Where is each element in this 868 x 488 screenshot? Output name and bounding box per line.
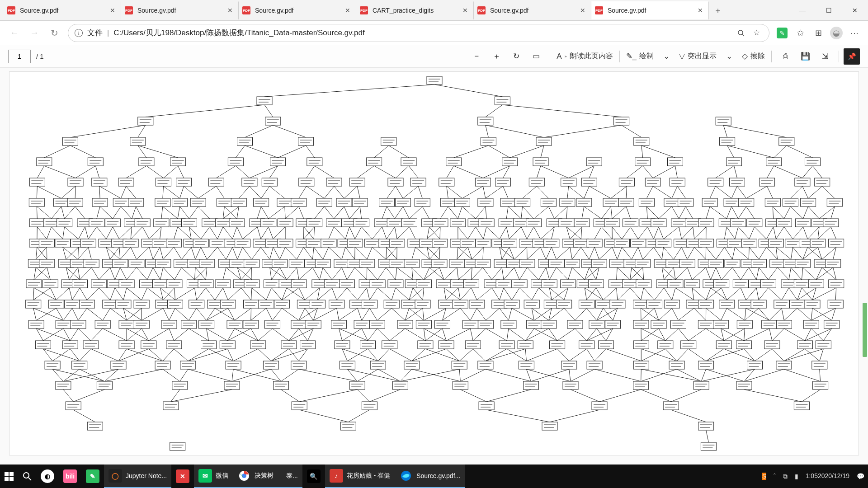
forward-button[interactable]: → <box>24 23 44 43</box>
svg-line-637 <box>768 288 782 300</box>
taskbar-app-netease[interactable]: ♪花房姑娘 - 崔健 <box>325 465 395 488</box>
profile-button[interactable]: ◒ <box>827 24 845 42</box>
svg-line-89 <box>250 186 261 198</box>
svg-line-108 <box>537 186 548 198</box>
maximize-button[interactable]: ☐ <box>816 0 842 21</box>
task-view[interactable]: ◐ <box>36 465 59 488</box>
taskbar-app-jupyter[interactable]: ◯Jupyter Note... <box>104 465 171 488</box>
draw-dropdown[interactable]: ⌄ <box>657 47 675 66</box>
svg-line-125 <box>746 186 767 198</box>
svg-line-54 <box>409 166 418 178</box>
omnibox[interactable]: i 文件 | C:/Users/贝儿198/Desktop/陈扬数据集/Tita… <box>68 24 769 42</box>
svg-line-124 <box>767 186 773 198</box>
taskbar-app-evernote[interactable]: ✎ <box>81 465 104 488</box>
start-button[interactable] <box>0 465 18 488</box>
svg-line-771 <box>377 328 389 341</box>
svg-line-274 <box>534 227 541 239</box>
svg-line-461 <box>241 267 251 280</box>
close-tab-button[interactable]: ✕ <box>108 6 117 15</box>
tray-clock[interactable]: 1:05 2020/12/19 <box>802 465 853 488</box>
tab-2[interactable]: PDFSource.gv.pdf✕ <box>239 1 356 19</box>
tab-3[interactable]: PDFCART_practice_digits✕ <box>356 1 474 19</box>
new-tab-button[interactable]: ＋ <box>709 1 727 19</box>
refresh-button[interactable]: ↻ <box>44 23 64 43</box>
close-tab-button[interactable]: ✕ <box>343 6 352 15</box>
svg-line-922 <box>357 389 369 402</box>
save-as-button[interactable]: ⇲ <box>816 47 834 66</box>
draw-button[interactable]: ✎_绘制 <box>624 47 656 66</box>
erase-button[interactable]: ◇擦除 <box>740 47 767 66</box>
svg-line-885 <box>233 369 281 381</box>
highlight-dropdown[interactable]: ⌄ <box>720 47 738 66</box>
site-info-icon[interactable]: i <box>75 29 83 37</box>
svg-line-307 <box>784 227 793 239</box>
rotate-button[interactable]: ↻ <box>507 47 525 66</box>
taskbar-app-bilibili[interactable]: bili <box>59 465 81 488</box>
favorites-button[interactable]: ✩ <box>791 24 809 42</box>
pin-toolbar-button[interactable]: 📌 <box>844 48 860 65</box>
tray-overflow[interactable]: ˆ <box>770 465 779 488</box>
read-aloud-button[interactable]: A»朗读此页内容 <box>555 47 614 66</box>
svg-rect-1108 <box>619 178 634 186</box>
tray-sogou[interactable]: S <box>759 465 770 488</box>
tray-network[interactable]: ⧉ <box>779 465 791 488</box>
tray-battery[interactable]: ▮ <box>791 465 802 488</box>
taskbar-app-chrome[interactable]: 决策树——泰... <box>233 465 302 488</box>
close-tab-button[interactable]: ✕ <box>226 6 235 15</box>
svg-line-94 <box>324 186 334 198</box>
scrollbar-thumb[interactable] <box>863 303 867 357</box>
svg-line-277 <box>540 227 554 239</box>
highlight-button[interactable]: ▽突出显示 <box>677 47 718 66</box>
svg-rect-2020 <box>698 300 714 308</box>
svg-line-777 <box>425 328 443 341</box>
favorite-button[interactable]: ☆ <box>750 27 763 39</box>
save-button[interactable]: 💾 <box>796 47 814 66</box>
pdf-viewport[interactable] <box>0 68 868 465</box>
print-button[interactable]: ⎙ <box>776 47 794 66</box>
svg-line-70 <box>767 166 774 178</box>
svg-line-164 <box>382 206 387 219</box>
taskbar-app-search[interactable]: 🔍 <box>302 465 325 488</box>
fit-page-button[interactable]: ▭ <box>527 47 545 66</box>
svg-line-551 <box>87 288 99 300</box>
tab-0[interactable]: PDFSource.gv.pdf✕ <box>4 1 121 19</box>
svg-line-175 <box>476 206 486 219</box>
back-button[interactable]: ← <box>5 23 24 43</box>
omnibox-search-icon[interactable] <box>735 27 747 39</box>
svg-rect-1114 <box>670 178 685 186</box>
svg-line-451 <box>182 267 195 280</box>
more-button[interactable]: ⋯ <box>845 24 863 42</box>
svg-line-618 <box>630 288 641 300</box>
svg-line-611 <box>552 288 568 300</box>
svg-line-122 <box>731 186 737 198</box>
taskbar-app-wechat[interactable]: ✉微信 <box>194 465 233 488</box>
close-tab-button[interactable]: ✕ <box>578 6 587 15</box>
close-tab-button[interactable]: ✕ <box>696 6 705 15</box>
minimize-button[interactable]: — <box>789 0 816 21</box>
svg-rect-2104 <box>462 320 478 328</box>
zoom-in-button[interactable]: ＋ <box>487 47 505 66</box>
taskbar-app-edge[interactable]: Source.gv.pdf... <box>395 465 465 488</box>
svg-line-829 <box>188 349 228 361</box>
tab-1[interactable]: PDFSource.gv.pdf✕ <box>121 1 239 19</box>
svg-line-202 <box>773 206 773 219</box>
svg-line-862 <box>677 349 689 361</box>
svg-line-116 <box>646 186 653 198</box>
collections-button[interactable]: ⊞ <box>809 24 827 42</box>
svg-line-358 <box>342 247 345 259</box>
svg-line-864 <box>706 349 724 361</box>
tab-5[interactable]: PDFSource.gv.pdf✕ <box>591 1 709 19</box>
tab-4[interactable]: PDFSource.gv.pdf✕ <box>474 1 591 19</box>
taskbar-app-x[interactable]: ✕ <box>171 465 194 488</box>
svg-line-203 <box>773 206 784 219</box>
close-window-button[interactable]: ✕ <box>842 0 868 21</box>
svg-line-845 <box>412 349 446 361</box>
tray-notifications[interactable]: 💬 <box>853 465 868 488</box>
svg-line-377 <box>457 247 468 259</box>
page-number-input[interactable]: 1 <box>8 50 31 63</box>
close-tab-button[interactable]: ✕ <box>461 6 470 15</box>
zoom-out-button[interactable]: − <box>467 47 486 66</box>
evernote-extension[interactable]: ✎ <box>773 24 791 42</box>
taskbar-search[interactable] <box>18 465 36 488</box>
svg-line-281 <box>570 227 582 239</box>
